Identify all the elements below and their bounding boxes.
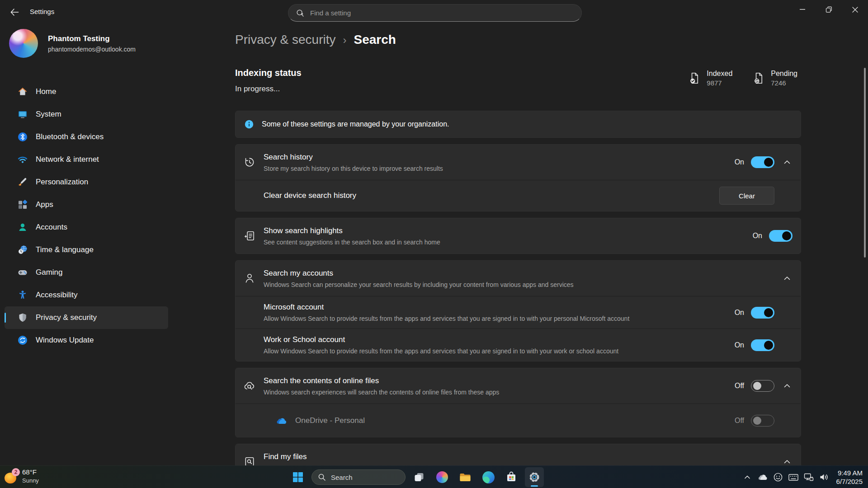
- online-files-toggle[interactable]: [751, 380, 774, 392]
- sidebar-item-windows-update[interactable]: Windows Update: [5, 329, 168, 352]
- chevron-up-icon[interactable]: [782, 383, 793, 389]
- wifi-icon: [17, 154, 28, 165]
- copilot-button[interactable]: [433, 467, 452, 487]
- titlebar: Settings Find a setting: [0, 0, 868, 25]
- avatar: [9, 29, 38, 58]
- clear-history-row: Clear device search history Clear: [236, 180, 801, 211]
- profile-name: Phantom Testing: [48, 34, 136, 43]
- search-highlights-icon: [244, 230, 255, 242]
- clock-date: 6/7/2025: [836, 477, 863, 486]
- weather-condition: Sunny: [22, 477, 39, 484]
- back-button[interactable]: [5, 5, 24, 19]
- pending-label: Pending: [771, 70, 797, 78]
- sidebar-item-label: Accounts: [36, 223, 67, 232]
- touch-keyboard-icon[interactable]: [787, 468, 800, 486]
- find-setting-input[interactable]: Find a setting: [288, 4, 582, 22]
- edge-button[interactable]: [479, 467, 498, 487]
- start-button[interactable]: [288, 467, 307, 487]
- clock[interactable]: 9:49 AM 6/7/2025: [836, 469, 863, 486]
- microsoft-store-button[interactable]: [502, 467, 521, 487]
- chevron-up-icon[interactable]: [782, 160, 793, 165]
- sidebar-item-label: Time & language: [36, 245, 94, 254]
- minimize-icon: [800, 9, 805, 10]
- sidebar-item-time-language[interactable]: Time & language: [5, 239, 168, 261]
- settings-button[interactable]: [525, 467, 544, 487]
- sidebar-item-label: Apps: [36, 200, 53, 209]
- find-my-files-row[interactable]: Find my files Choose where your PC will …: [236, 444, 801, 465]
- work-school-account-row: Work or School account Allow Windows Sea…: [236, 328, 801, 361]
- search-history-toggle[interactable]: [751, 156, 774, 168]
- online-files-state-label: Off: [735, 382, 744, 390]
- tray-chevron-up-icon[interactable]: [741, 468, 754, 486]
- minimize-button[interactable]: [789, 0, 816, 19]
- sidebar-nav: Home System Bluetooth & devices Network …: [5, 80, 168, 352]
- sidebar-item-bluetooth[interactable]: Bluetooth & devices: [5, 126, 168, 148]
- taskbar-search-box[interactable]: Search: [311, 469, 406, 485]
- indexing-status-value: In progress...: [235, 84, 302, 94]
- sidebar-item-system[interactable]: System: [5, 103, 168, 126]
- pending-stat: Pending 7246: [753, 70, 797, 87]
- online-files-row[interactable]: Search the contents of online files Wind…: [236, 368, 801, 404]
- profile-email: phantomodemos@outlook.com: [48, 46, 136, 53]
- clear-history-label: Clear device search history: [264, 191, 711, 200]
- weather-widget[interactable]: 2 68°F Sunny: [5, 468, 39, 484]
- info-icon: [244, 119, 254, 129]
- task-view-icon: [413, 471, 425, 483]
- sidebar-item-network[interactable]: Network & internet: [5, 148, 168, 171]
- sidebar-item-label: System: [36, 110, 61, 119]
- page-title: Search: [354, 33, 396, 47]
- chevron-up-icon[interactable]: [782, 276, 793, 281]
- onedrive-toggle[interactable]: [751, 415, 774, 427]
- app-title: Settings: [30, 8, 54, 15]
- clock-globe-icon: [17, 244, 28, 255]
- gamepad-icon: [17, 267, 28, 278]
- onedrive-row: OneDrive - Personal Off: [236, 404, 801, 437]
- sidebar-item-home[interactable]: Home: [5, 80, 168, 103]
- profile[interactable]: Phantom Testing phantomodemos@outlook.co…: [9, 29, 136, 58]
- microsoft-account-state-label: On: [735, 309, 744, 317]
- sidebar-item-gaming[interactable]: Gaming: [5, 261, 168, 284]
- microsoft-account-toggle[interactable]: [751, 307, 774, 319]
- bluetooth-icon: [17, 131, 28, 142]
- clear-button[interactable]: Clear: [719, 187, 774, 205]
- sidebar-item-label: Gaming: [36, 268, 63, 277]
- search-my-accounts-row[interactable]: Search my accounts Windows Search can pe…: [236, 261, 801, 296]
- search-highlights-toggle[interactable]: [769, 230, 793, 242]
- sidebar-item-personalization[interactable]: Personalization: [5, 171, 168, 193]
- sidebar-item-accounts[interactable]: Accounts: [5, 216, 168, 239]
- taskbar: 2 68°F Sunny Search: [0, 465, 868, 488]
- search-history-row[interactable]: Search history Store my search history o…: [236, 145, 801, 180]
- search-my-accounts-description: Windows Search can personalize your sear…: [264, 281, 766, 288]
- chevron-up-icon[interactable]: [782, 459, 793, 465]
- copilot-icon: [436, 471, 448, 483]
- sidebar-item-accessibility[interactable]: Accessibility: [5, 284, 168, 306]
- sidebar-item-label: Windows Update: [36, 336, 94, 345]
- sidebar-item-privacy-security[interactable]: Privacy & security: [5, 306, 168, 329]
- restore-button[interactable]: [816, 0, 842, 19]
- scrollbar[interactable]: [864, 68, 866, 258]
- close-button[interactable]: [842, 0, 868, 19]
- find-setting-placeholder: Find a setting: [310, 9, 351, 17]
- indexing-stats: Indexed 9877 Pending 7246: [689, 70, 801, 87]
- onedrive-title: OneDrive - Personal: [295, 416, 726, 425]
- search-icon: [318, 473, 326, 481]
- sidebar-item-label: Home: [36, 87, 56, 96]
- person-outline-icon: [244, 272, 255, 284]
- search-history-title: Search history: [264, 153, 726, 162]
- file-explorer-button[interactable]: [456, 467, 475, 487]
- search-highlights-group: Show search highlights See content sugge…: [235, 218, 801, 254]
- indexed-value: 9877: [707, 79, 732, 87]
- work-school-account-toggle[interactable]: [751, 339, 774, 351]
- sidebar-item-apps[interactable]: Apps: [5, 193, 168, 216]
- emoji-tray-icon[interactable]: [771, 468, 785, 486]
- microsoft-account-row: Microsoft account Allow Windows Search t…: [236, 296, 801, 328]
- work-school-account-title: Work or School account: [264, 335, 726, 344]
- find-my-files-group: Find my files Choose where your PC will …: [235, 444, 801, 465]
- indexed-stat: Indexed 9877: [689, 70, 732, 87]
- breadcrumb-parent[interactable]: Privacy & security: [235, 33, 336, 47]
- onedrive-tray-icon[interactable]: [756, 468, 769, 486]
- search-history-state-label: On: [735, 158, 744, 166]
- volume-icon[interactable]: [817, 468, 831, 486]
- task-view-button[interactable]: [410, 467, 429, 487]
- network-tray-icon[interactable]: [802, 468, 816, 486]
